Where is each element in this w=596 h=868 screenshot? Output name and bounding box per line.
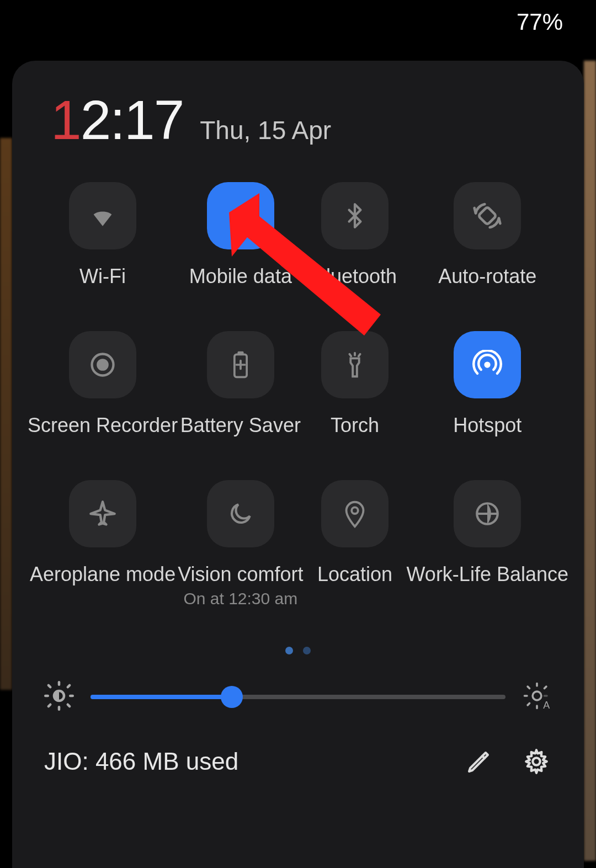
work-life-balance-toggle[interactable] — [454, 480, 521, 547]
torch-toggle[interactable] — [321, 331, 389, 398]
tile-vision-comfort: Vision comfort On at 12:30 am — [178, 480, 303, 608]
svg-text:A: A — [543, 700, 550, 711]
clock-hour-accent: 1 — [51, 88, 81, 152]
clock-time-rest: 2:17 — [81, 88, 184, 152]
pager-dot-0 — [285, 647, 293, 654]
pencil-icon — [466, 748, 492, 775]
tile-work-life-balance: Work-Life Balance — [407, 480, 568, 608]
svg-point-11 — [533, 758, 540, 765]
svg-point-9 — [533, 691, 541, 700]
hotspot-toggle[interactable] — [454, 331, 521, 398]
tile-label: Work-Life Balance — [407, 563, 568, 586]
battery-percent: 77% — [517, 9, 563, 35]
wallpaper-edge-left — [0, 138, 12, 690]
clock-row: 1 2:17 Thu, 15 Apr — [12, 88, 584, 152]
tile-label: Wi-Fi — [79, 265, 126, 288]
globe-icon — [473, 500, 501, 528]
aeroplane-mode-toggle[interactable] — [69, 480, 136, 547]
tile-label: Screen Recorder — [28, 414, 178, 437]
mobile-data-toggle[interactable] — [207, 182, 274, 249]
pager-dot-1 — [303, 647, 311, 654]
tile-label: Aeroplane mode — [30, 563, 175, 586]
tile-label: Auto-rotate — [438, 265, 536, 288]
page-indicator — [12, 647, 584, 654]
panel-footer: JIO: 466 MB used — [12, 746, 584, 777]
carrier-usage-text: JIO: 466 MB used — [44, 748, 464, 775]
settings-button[interactable] — [521, 746, 552, 777]
record-icon — [88, 350, 117, 379]
tile-label: Battery Saver — [180, 414, 301, 437]
status-bar: 77% — [0, 0, 596, 44]
tile-aeroplane-mode: Aeroplane mode — [28, 480, 178, 608]
location-icon — [342, 499, 368, 529]
screen-recorder-toggle[interactable] — [69, 331, 136, 398]
tile-screen-recorder: Screen Recorder — [28, 331, 178, 437]
svg-point-5 — [485, 361, 491, 368]
wifi-icon — [87, 200, 118, 231]
tile-label: Bluetooth — [313, 265, 397, 288]
auto-rotate-icon — [472, 200, 503, 231]
tile-label: Vision comfort — [178, 563, 303, 586]
edit-tiles-button[interactable] — [464, 746, 494, 777]
svg-rect-4 — [237, 352, 243, 355]
tile-label: Location — [317, 563, 392, 586]
tile-torch: Torch — [304, 331, 407, 437]
slider-fill — [91, 695, 232, 699]
brightness-slider[interactable] — [91, 686, 505, 708]
tile-mobile-data: Mobile data — [178, 182, 303, 288]
tile-auto-rotate: Auto-rotate — [407, 182, 568, 288]
brightness-icon — [44, 681, 74, 713]
vision-comfort-toggle[interactable] — [207, 480, 274, 547]
airplane-icon — [88, 499, 117, 528]
clock-date: Thu, 15 Apr — [200, 115, 331, 145]
battery-saver-toggle[interactable] — [207, 331, 274, 398]
tile-location: Location — [304, 480, 407, 608]
tile-battery-saver: Battery Saver — [178, 331, 303, 437]
quick-tiles-grid: Wi-Fi Mobile data Bluetooth — [12, 182, 584, 608]
torch-icon — [342, 350, 368, 380]
tile-wifi: Wi-Fi — [28, 182, 178, 288]
wallpaper-edge-right — [584, 61, 596, 861]
svg-point-2 — [98, 360, 107, 369]
tile-label: Hotspot — [453, 414, 522, 437]
moon-icon — [227, 500, 254, 528]
brightness-row: A — [12, 681, 584, 713]
bluetooth-toggle[interactable] — [321, 182, 389, 249]
svg-rect-0 — [478, 207, 497, 225]
tile-label: Mobile data — [189, 265, 292, 288]
svg-point-6 — [352, 507, 358, 514]
tile-hotspot: Hotspot — [407, 331, 568, 437]
auto-rotate-toggle[interactable] — [454, 182, 521, 249]
tile-bluetooth: Bluetooth — [304, 182, 407, 288]
mobile-data-icon — [227, 202, 254, 230]
wifi-toggle[interactable] — [69, 182, 136, 249]
bluetooth-icon — [341, 202, 369, 230]
tile-label: Torch — [331, 414, 379, 437]
brightness-auto-icon[interactable]: A — [522, 681, 552, 713]
hotspot-icon — [472, 350, 502, 380]
quick-settings-panel: 1 2:17 Thu, 15 Apr Wi-Fi Mobile data — [12, 61, 584, 868]
slider-thumb[interactable] — [221, 686, 243, 708]
battery-saver-icon — [228, 350, 253, 379]
gear-icon — [523, 748, 550, 775]
location-toggle[interactable] — [321, 480, 389, 547]
tile-sublabel: On at 12:30 am — [183, 589, 297, 608]
